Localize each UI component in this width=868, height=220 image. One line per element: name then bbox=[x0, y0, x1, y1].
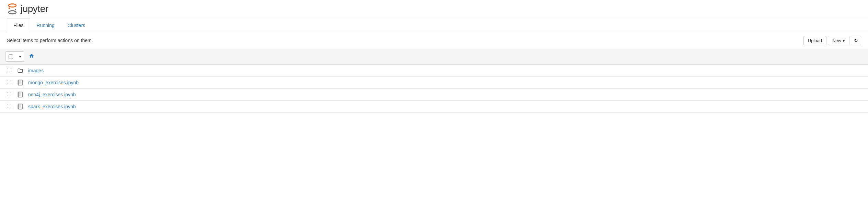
file-list: images mongo_exercises.ipynb bbox=[0, 65, 868, 113]
logo-container: jupyter bbox=[7, 3, 48, 14]
select-all-checkbox[interactable] bbox=[9, 54, 13, 59]
svg-point-0 bbox=[9, 4, 16, 7]
svg-point-3 bbox=[15, 9, 16, 10]
notebook-icon bbox=[17, 80, 25, 86]
file-link-images[interactable]: images bbox=[28, 68, 44, 73]
dropdown-arrow: ▾ bbox=[19, 55, 21, 59]
svg-rect-4 bbox=[18, 80, 22, 85]
upload-button[interactable]: Upload bbox=[803, 36, 826, 45]
tab-clusters[interactable]: Clusters bbox=[61, 18, 92, 32]
home-button[interactable] bbox=[25, 52, 38, 61]
tabs-bar: Files Running Clusters bbox=[0, 18, 868, 32]
toolbar-actions: Upload New ▾ ↻ bbox=[803, 36, 861, 45]
check-all-button[interactable]: ▾ bbox=[5, 51, 24, 62]
svg-rect-8 bbox=[18, 81, 19, 85]
new-button-arrow: ▾ bbox=[843, 38, 845, 43]
svg-rect-18 bbox=[18, 105, 19, 109]
svg-rect-14 bbox=[18, 104, 22, 109]
table-row: spark_exercises.ipynb bbox=[0, 101, 868, 113]
logo-text: jupyter bbox=[21, 3, 48, 14]
notebook-icon bbox=[17, 103, 25, 110]
new-button[interactable]: New ▾ bbox=[828, 36, 849, 45]
file-link-mongo[interactable]: mongo_exercises.ipynb bbox=[28, 80, 79, 85]
new-button-label: New bbox=[832, 38, 841, 43]
jupyter-logo-icon bbox=[7, 3, 18, 14]
file-list-toolbar: ▾ bbox=[0, 49, 868, 65]
table-row: neo4j_exercises.ipynb bbox=[0, 89, 868, 101]
check-all-checkbox[interactable] bbox=[6, 52, 16, 61]
file-link-neo4j[interactable]: neo4j_exercises.ipynb bbox=[28, 92, 76, 97]
home-icon bbox=[29, 53, 34, 59]
select-hint: Select items to perform actions on them. bbox=[7, 38, 93, 43]
folder-icon bbox=[17, 68, 25, 74]
refresh-button[interactable]: ↻ bbox=[851, 36, 861, 45]
file-link-spark[interactable]: spark_exercises.ipynb bbox=[28, 104, 76, 109]
table-row: images bbox=[0, 65, 868, 77]
header: jupyter bbox=[0, 0, 868, 18]
svg-rect-9 bbox=[18, 92, 22, 97]
svg-point-2 bbox=[9, 8, 10, 9]
check-all-dropdown[interactable]: ▾ bbox=[16, 52, 24, 61]
row-checkbox-spark[interactable] bbox=[7, 104, 14, 109]
tab-running[interactable]: Running bbox=[30, 18, 61, 32]
main-toolbar: Select items to perform actions on them.… bbox=[0, 32, 868, 49]
svg-rect-13 bbox=[18, 93, 19, 97]
notebook-icon bbox=[17, 91, 25, 98]
tab-files[interactable]: Files bbox=[7, 18, 30, 32]
table-row: mongo_exercises.ipynb bbox=[0, 77, 868, 89]
row-checkbox-mongo[interactable] bbox=[7, 80, 14, 85]
row-checkbox-neo4j[interactable] bbox=[7, 92, 14, 97]
row-checkbox-images[interactable] bbox=[7, 68, 14, 73]
svg-point-1 bbox=[9, 11, 16, 14]
